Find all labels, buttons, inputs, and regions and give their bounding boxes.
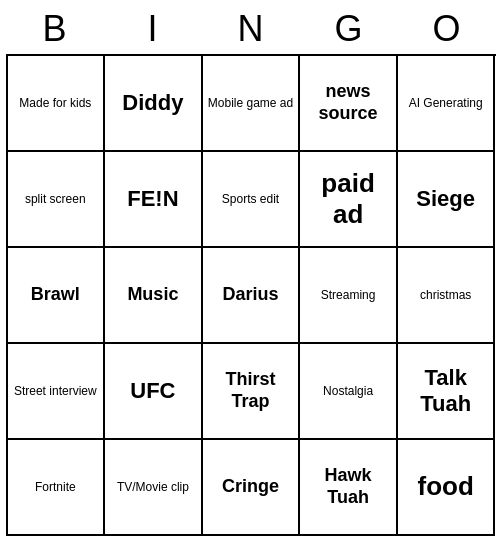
bingo-cell-2: Mobile game ad	[203, 56, 301, 152]
bingo-cell-20: Fortnite	[8, 440, 106, 536]
bingo-letter-i: I	[108, 8, 198, 50]
bingo-cell-14: christmas	[398, 248, 496, 344]
bingo-letter-n: N	[206, 8, 296, 50]
bingo-cell-21: TV/Movie clip	[105, 440, 203, 536]
bingo-cell-10: Brawl	[8, 248, 106, 344]
bingo-cell-12: Darius	[203, 248, 301, 344]
bingo-cell-24: food	[398, 440, 496, 536]
bingo-cell-3: news source	[300, 56, 398, 152]
bingo-cell-17: Thirst Trap	[203, 344, 301, 440]
bingo-cell-23: Hawk Tuah	[300, 440, 398, 536]
bingo-cell-1: Diddy	[105, 56, 203, 152]
bingo-cell-22: Cringe	[203, 440, 301, 536]
bingo-cell-13: Streaming	[300, 248, 398, 344]
bingo-cell-18: Nostalgia	[300, 344, 398, 440]
bingo-cell-15: Street interview	[8, 344, 106, 440]
bingo-cell-9: Siege	[398, 152, 496, 248]
bingo-cell-7: Sports edit	[203, 152, 301, 248]
bingo-cell-4: AI Generating	[398, 56, 496, 152]
bingo-cell-6: FE!N	[105, 152, 203, 248]
bingo-header: BINGO	[6, 8, 496, 50]
bingo-cell-8: paid ad	[300, 152, 398, 248]
bingo-letter-o: O	[402, 8, 492, 50]
bingo-card: BINGO Made for kidsDiddyMobile game adne…	[6, 8, 496, 536]
bingo-cell-19: Talk Tuah	[398, 344, 496, 440]
bingo-cell-11: Music	[105, 248, 203, 344]
bingo-cell-0: Made for kids	[8, 56, 106, 152]
bingo-grid: Made for kidsDiddyMobile game adnews sou…	[6, 54, 496, 536]
bingo-cell-5: split screen	[8, 152, 106, 248]
bingo-letter-b: B	[10, 8, 100, 50]
bingo-cell-16: UFC	[105, 344, 203, 440]
bingo-letter-g: G	[304, 8, 394, 50]
